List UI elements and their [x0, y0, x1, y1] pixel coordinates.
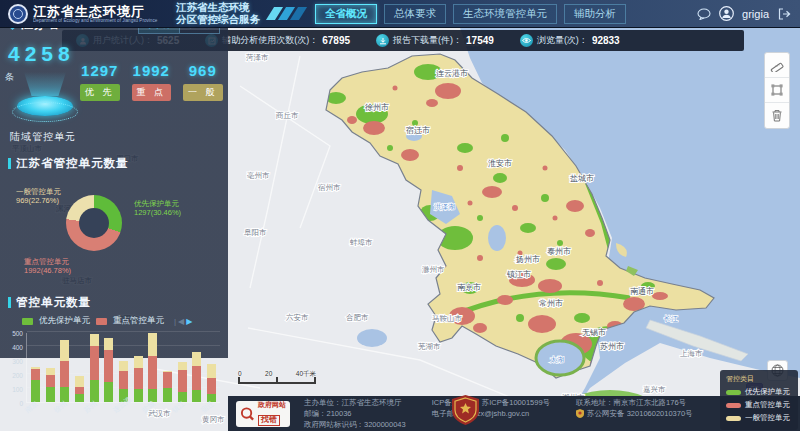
map-label: 六安市: [286, 313, 309, 322]
stat-page-views: 浏览量(次)： 92833: [520, 34, 620, 47]
footer-col-3: 联系地址：南京市江东北路176号 苏公网安备 32010602010370号: [576, 397, 692, 431]
bar: [163, 371, 172, 402]
stat-report-downloads: 报告下载量(件)： 17549: [376, 34, 494, 47]
footer-host: 江苏省生态环境厅: [342, 398, 402, 407]
map-label: 马鞍山市: [432, 314, 463, 323]
map-label: 连云港市: [436, 69, 468, 78]
app-title: 江苏省生态环境 分区管控综合服务: [176, 2, 260, 25]
bar-chart-legend: 优先保护单元 重点管控单元 |◀▶: [22, 315, 220, 327]
footer-icp: 苏ICP备10001599号: [482, 398, 550, 407]
map-label: 扬州市: [515, 255, 540, 264]
app-title-line2: 分区管控综合服务: [176, 14, 260, 25]
key-tag: 重 点: [132, 84, 172, 101]
map-scale-bar: 0 20 40千米: [238, 370, 316, 384]
legend-chip-green: [726, 390, 741, 395]
tab-control-units[interactable]: 生态环境管控单元: [453, 4, 557, 24]
bar: 宿迁: [207, 364, 216, 402]
map-label: 洪泽湖: [434, 203, 455, 211]
stat-label: 浏览量(次)：: [537, 34, 588, 47]
map-label: 商丘市: [275, 111, 299, 120]
map-label: 合肥市: [346, 313, 369, 322]
map-label: 滁州市: [422, 265, 445, 274]
count-general: 969 一 般: [183, 62, 223, 144]
donut-chart-wrap: 一般管控单元969(22.76%) 优先保护单元1297(30.46%) 重点管…: [8, 171, 220, 283]
bar-chart: 0100200300400500 南京徐州苏州连云港盐城镇江宿迁: [8, 333, 220, 431]
map-label: 长江: [664, 315, 678, 323]
stat-label: 报告下载量(件)：: [393, 34, 462, 47]
pedestal-graphic: [12, 94, 78, 124]
message-icon[interactable]: [696, 6, 711, 21]
map-legend-title: 管控类目: [726, 374, 792, 384]
footer-site-code: 3200000043: [364, 420, 406, 429]
scale-tick: 40千米: [296, 370, 316, 379]
tab-auxiliary-analysis[interactable]: 辅助分析: [564, 4, 626, 24]
gov-site-error-badge[interactable]: 政府网站 找错: [236, 401, 290, 427]
map-label: 常州市: [539, 299, 563, 308]
map-label: 徐州市: [365, 103, 389, 112]
donut-chart: [66, 195, 122, 251]
header-decor-stripes: [266, 7, 307, 20]
unit-counts: 1297 优 先 1992 重 点 969 一 般: [80, 62, 223, 144]
map-label: 阜阳市: [244, 228, 267, 237]
legend-item-key: 重点管控单元: [726, 400, 792, 410]
map-label: 亳州市: [247, 171, 270, 180]
avatar-icon[interactable]: [719, 6, 734, 21]
org-block: 江苏省生态环境厅 Department of Ecology and Envir…: [33, 5, 168, 23]
legend-chip-red: [96, 318, 107, 325]
tab-overall-requirements[interactable]: 总体要求: [384, 4, 446, 24]
map-label: 盐城市: [570, 174, 594, 183]
bar: 苏州: [90, 334, 99, 402]
header: 江苏省生态环境厅 Department of Ecology and Envir…: [0, 0, 800, 28]
bar-plot: 南京徐州苏州连云港盐城镇江宿迁: [27, 333, 220, 402]
org-name: 江苏省生态环境厅: [33, 5, 168, 18]
magnifier-icon: [240, 406, 255, 422]
general-tag: 一 般: [183, 84, 223, 101]
overview-block: 4258 条 陆域管控单元 1297 优 先 1992 重 点 969: [8, 42, 220, 144]
map-label: 南通市: [630, 286, 654, 296]
legend-chip-yellow: [726, 416, 741, 421]
count-priority: 1297 优 先: [80, 62, 120, 144]
bar: [104, 338, 113, 402]
stat-label: 辅助分析使用次数(次)：: [222, 34, 318, 47]
map-label: 泰州市: [547, 247, 571, 256]
donut-label-general: 一般管控单元969(22.76%): [16, 187, 61, 206]
map-label: 太湖: [550, 356, 564, 363]
bar: 南京: [31, 367, 40, 402]
footer-zip: 210036: [327, 409, 352, 418]
map-label: 镇江市: [506, 270, 531, 279]
footer-info: 主办单位：江苏省生态环境厅 邮编：210036 政府网站标识码：32000000…: [304, 397, 693, 431]
org-logo-icon: [8, 4, 28, 24]
bar: [46, 368, 55, 402]
org-subtitle: Department of Ecology and Environment of…: [33, 18, 157, 23]
map-tools-panel: [764, 52, 790, 129]
download-icon: [376, 34, 389, 47]
count-key: 1992 重 点: [132, 62, 172, 144]
clear-trash-icon[interactable]: [765, 103, 789, 128]
app-title-line1: 江苏省生态环境: [176, 2, 260, 13]
bar: 连云港: [119, 361, 128, 402]
police-registration-link[interactable]: 苏公网安备 32010602010370号: [576, 408, 692, 419]
legend-chip-red: [726, 403, 741, 408]
map-label: 蚌埠市: [350, 238, 373, 247]
total-units-unit: 条: [5, 72, 14, 82]
views-icon: [520, 34, 533, 47]
measure-distance-icon[interactable]: [765, 53, 789, 78]
footer: 政府网站 找错 主办单位：江苏省生态环境厅 邮编：210036 政府网站标识码：…: [228, 396, 800, 431]
legend-pager[interactable]: |◀▶: [174, 317, 192, 326]
bar-section-title: 管控单元数量: [8, 295, 220, 310]
tab-province-overview[interactable]: 全省概况: [315, 4, 377, 24]
map-label: 宿迁市: [405, 126, 430, 135]
donut-label-priority: 优先保护单元1297(30.46%): [134, 199, 181, 218]
username[interactable]: grigia: [742, 8, 769, 20]
logout-icon[interactable]: [777, 6, 792, 21]
map-label: 菏泽市: [246, 53, 269, 62]
legend-item-priority: 优先保护单元: [726, 387, 792, 397]
footer-col-1: 主办单位：江苏省生态环境厅 邮编：210036 政府网站标识码：32000000…: [304, 397, 406, 431]
bar-yaxis: 0100200300400500: [8, 333, 26, 403]
stat-value: 17549: [466, 35, 494, 46]
map-label: 无锡市: [582, 328, 606, 337]
bar: 徐州: [60, 340, 69, 402]
map-label: 苏州市: [600, 342, 624, 351]
map-label: 南京市: [457, 283, 481, 292]
measure-area-icon[interactable]: [765, 78, 789, 103]
